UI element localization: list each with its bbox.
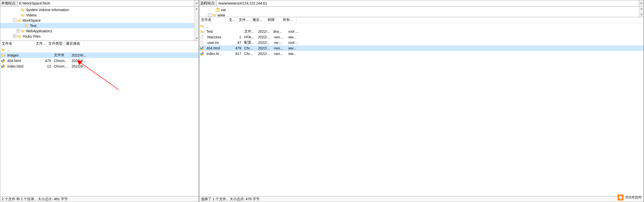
local-status-text: 2 个文件 和 1 个目录。大小总计: 491 字节 [2,197,68,201]
list-item[interactable]: index.ht...917Chr...2022/...-rwx...ww... [199,51,643,56]
folder-icon [212,13,217,17]
folder-icon [200,30,204,34]
tree-item[interactable]: System Volume Information [0,7,199,12]
col-filesize[interactable]: 文... [226,17,237,23]
collapse-icon[interactable]: − [13,19,16,22]
local-status-bar: 2 个文件 和 1 个目录。大小总计: 491 字节 [0,196,199,202]
remote-status-bar: 选择了 1 个文件。大小总共: 479 字节 [199,196,644,202]
tree-item[interactable]: var [199,7,643,12]
folder-icon [17,34,21,38]
col-permissions[interactable]: 权限 [266,17,281,23]
cell-filetype: 文件夹 [52,53,70,57]
cell-filetype: 配置... [243,40,257,45]
remote-list-header: 文件名 文... 文件... 最近... 权限 所有... [199,17,643,23]
cell-modified: 2022/4/... [70,64,90,68]
col-owner[interactable]: 所有... [281,17,296,23]
cell-filename: index.ht... [205,52,231,56]
col-filetype[interactable]: 文件类型 [47,41,65,47]
folder-icon [20,13,25,17]
question-icon [216,8,220,12]
folder-icon [24,24,29,28]
cell-filesize: 47 [231,41,243,45]
cell-filetype: Chr... [243,52,257,56]
chrome-icon [1,59,5,63]
tree-item[interactable]: −www [199,12,643,17]
tree-item[interactable]: +Youku Files [0,34,199,39]
expand-icon[interactable]: + [13,35,16,38]
folder-icon [20,29,25,33]
local-path-input[interactable] [18,0,194,6]
cell-filename: .htaccess [205,35,231,39]
tree-item[interactable]: Videos [0,12,199,18]
remote-pathbar: 远程站点: [199,0,644,7]
local-tree-scrollbar[interactable] [194,7,199,41]
tree-item[interactable]: +WebApplication1 [0,28,199,34]
tree-item-label: Test [30,24,37,28]
list-item[interactable]: .. [199,23,643,29]
cell-permissions: -rw-... [272,41,287,45]
scroll-up-icon[interactable] [639,7,643,11]
col-filesize[interactable]: 文件... [34,41,47,47]
file-icon [200,41,204,45]
folder-icon [20,8,25,12]
cell-permissions: -rwx... [272,46,287,50]
expand-icon[interactable]: + [16,29,20,33]
cell-filename: .. [6,48,40,52]
col-modified[interactable]: 最近修改 [65,41,85,47]
list-item[interactable]: 404.html479Chr...2022/...-rwx...ww... [199,45,643,51]
col-filetype[interactable]: 文件... [237,17,251,23]
cell-filename: 404.html [205,46,231,50]
cell-owner: ww... [287,35,302,39]
scroll-down-icon[interactable] [194,36,199,41]
tree-item[interactable]: −WorkSpace [0,18,199,23]
local-pane: 本地站点: System Volume InformationVideos−Wo… [0,0,199,202]
list-item[interactable]: .user.ini47配置...2022/...-rw-...root ... [199,40,643,45]
cell-filetype: 文件... [243,29,257,34]
list-item[interactable]: .htaccess1HTA...2022/...-rwx...ww... [199,34,643,40]
cell-modified: 2022/4/... [70,53,90,57]
cell-modified: 2022/... [257,30,272,34]
cell-modified: 2022/4/... [70,59,90,63]
cell-owner: ww... [287,52,302,56]
cell-filename: Test [205,30,231,34]
tree-item-label: var [221,8,226,12]
cell-permissions: drw... [272,30,287,34]
scroll-down-icon[interactable] [639,12,643,17]
local-file-list: 文件名 文件... 文件类型 最近修改 ..images文件夹2022/4/..… [0,41,199,196]
cell-filename: images [6,53,40,57]
tree-item-label: WebApplication1 [26,29,52,33]
collapse-icon[interactable]: − [208,13,211,17]
cell-owner: ww... [287,46,302,50]
cell-filename: .user.ini [205,41,231,45]
cell-filetype: HTA... [243,35,257,39]
cell-filetype: Chrom... [52,64,70,68]
col-modified[interactable]: 最近... [251,17,266,23]
list-item[interactable]: Test文件...2022/...drw...root ... [199,29,643,34]
tree-item[interactable]: Test [0,23,199,28]
tree-item-label: Youku Files [22,34,41,38]
tree-item-label: WorkSpace [22,18,41,22]
chrome-icon [200,46,204,50]
remote-tree: var−www [199,7,644,17]
scroll-up-icon[interactable] [194,7,199,11]
col-filename[interactable]: 文件名 [199,17,226,23]
remote-path-dropdown[interactable] [639,0,643,6]
folder-icon [1,53,5,57]
watermark-text: 系统家园网 [625,196,641,199]
remote-path-input[interactable] [217,0,639,6]
remote-file-list: 文件名 文... 文件... 最近... 权限 所有... ..Test文件..… [199,17,644,196]
list-item[interactable]: .. [0,47,199,52]
local-path-dropdown[interactable] [194,0,199,6]
col-filename[interactable]: 文件名 [0,41,34,47]
watermark: 系统家园网 [618,194,641,200]
list-item[interactable]: images文件夹2022/4/... [0,52,199,58]
cell-modified: 2022/... [257,46,272,50]
list-item[interactable]: 404.html479Chrom...2022/4/... [0,58,199,64]
list-item[interactable]: index.html12Chrom...2022/4/... [0,64,199,69]
cell-filename: .. [205,24,231,28]
cell-owner: root ... [287,41,302,45]
remote-tree-scrollbar[interactable] [639,7,643,17]
cell-filesize: 12 [40,64,52,68]
cell-filetype: Chrom... [52,59,70,63]
local-pathbar: 本地站点: [0,0,199,7]
